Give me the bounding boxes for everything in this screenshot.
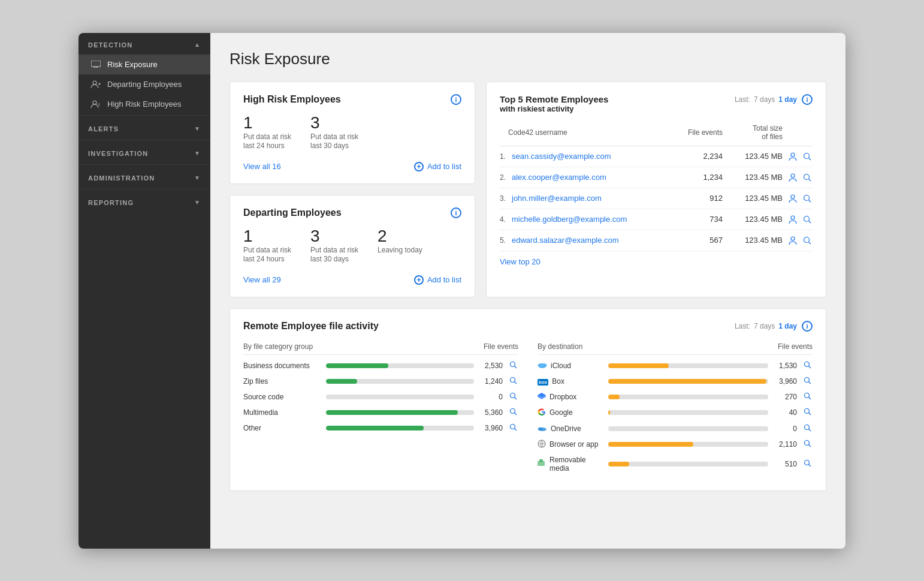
dest-search-icon[interactable] — [802, 377, 813, 386]
activity-info-icon[interactable]: i — [802, 321, 813, 332]
category-search-icon[interactable] — [508, 423, 518, 433]
sidebar-section-detection[interactable]: DETECTION ▲ — [78, 33, 210, 55]
category-search-icon[interactable] — [508, 392, 518, 402]
dest-bar-row: Browser or app 2,110 — [538, 439, 813, 450]
dest-bars: iCloud 1,530 box Box 3,960 — [538, 361, 813, 472]
add-to-list-button[interactable]: + Add to list — [414, 162, 461, 171]
user-icon[interactable] — [787, 214, 798, 225]
row-email[interactable]: alex.cooper@example.com — [512, 173, 669, 182]
dest-search-icon[interactable] — [802, 408, 813, 417]
svg-line-33 — [514, 428, 517, 431]
user-icon[interactable] — [787, 172, 798, 183]
row-email[interactable]: edward.salazar@example.com — [512, 236, 669, 245]
svg-line-27 — [514, 381, 517, 384]
search-icon[interactable] — [802, 214, 813, 225]
filter-1day[interactable]: 1 day — [778, 95, 797, 104]
sidebar-item-label: Departing Employees — [107, 80, 182, 89]
dest-bar-value: 1,530 — [773, 362, 797, 370]
view-all-16-link[interactable]: View all 16 — [243, 162, 281, 171]
page-title: Risk Exposure — [230, 50, 826, 68]
sidebar-item-high-risk[interactable]: ! High Risk Employees — [78, 94, 210, 114]
search-icon[interactable] — [802, 193, 813, 204]
dest-bar-fill — [608, 379, 766, 384]
view-all-29-link[interactable]: View all 29 — [243, 275, 281, 284]
row-email[interactable]: john.miller@example.com — [512, 194, 669, 203]
add-icon-departing: + — [414, 275, 424, 285]
row-size: 123.45 MB — [723, 173, 783, 182]
add-to-list-departing-button[interactable]: + Add to list — [414, 275, 461, 285]
dest-search-icon[interactable] — [802, 459, 813, 469]
user-icon[interactable] — [787, 235, 798, 246]
category-bar-row: Source code 0 — [243, 392, 518, 402]
reporting-label: REPORTING — [88, 199, 134, 206]
table-row: 3. john.miller@example.com 912 123.45 MB — [500, 188, 813, 209]
dest-bar-label: box Box — [538, 377, 603, 386]
departing-info-icon[interactable]: i — [451, 207, 461, 218]
category-search-icon[interactable] — [508, 377, 518, 386]
dest-search-icon[interactable] — [802, 424, 813, 434]
dest-bar-row: Google 40 — [538, 408, 813, 418]
svg-line-38 — [808, 366, 811, 368]
col-events-header: File events — [669, 128, 723, 137]
activity-filter-1day[interactable]: 1 day — [778, 322, 797, 330]
svg-text:!: ! — [98, 102, 100, 107]
row-email[interactable]: sean.cassidy@example.com — [512, 152, 669, 161]
last-filter: Last: 7 days 1 day — [735, 95, 797, 104]
svg-line-45 — [808, 397, 811, 399]
dest-bar-row: iCloud 1,530 — [538, 361, 813, 371]
dest-bar-label: Google — [538, 408, 603, 418]
sidebar-item-departing[interactable]: Departing Employees — [78, 74, 210, 94]
svg-point-12 — [791, 174, 795, 177]
svg-point-50 — [804, 425, 809, 429]
dest-bar-value: 2,110 — [773, 440, 797, 448]
col-username-header: Code42 username — [500, 128, 669, 137]
sidebar-item-risk-exposure[interactable]: Risk Exposure — [78, 55, 210, 74]
svg-point-57 — [804, 460, 809, 465]
svg-rect-55 — [538, 461, 545, 466]
svg-point-16 — [804, 195, 810, 200]
table-header: Code42 username File events Total sizeof… — [500, 122, 813, 146]
svg-point-22 — [804, 237, 810, 242]
dest-bar-label: iCloud — [538, 361, 603, 370]
svg-point-39 — [804, 377, 809, 382]
row-actions — [783, 214, 813, 225]
dest-bar-row: Removable media 510 — [538, 456, 813, 472]
sidebar-section-administration[interactable]: ADMINISTRATION ▼ — [78, 166, 210, 188]
category-search-icon[interactable] — [508, 408, 518, 417]
row-actions — [783, 235, 813, 246]
dest-bar-track — [608, 410, 768, 415]
sidebar-section-reporting[interactable]: REPORTING ▼ — [78, 191, 210, 212]
svg-line-23 — [809, 242, 811, 244]
removable-icon — [538, 459, 546, 468]
high-risk-info-icon[interactable]: i — [451, 94, 461, 105]
by-category-label: By file category group — [243, 342, 313, 351]
dest-bar-track — [608, 426, 768, 431]
activity-filter-7days[interactable]: 7 days — [754, 322, 775, 330]
row-actions — [783, 151, 813, 162]
bar-label: Business documents — [243, 362, 321, 370]
top5-info-icon[interactable]: i — [802, 94, 813, 105]
sidebar-section-investigation[interactable]: INVESTIGATION ▼ — [78, 142, 210, 163]
category-search-icon[interactable] — [508, 361, 518, 371]
svg-point-4 — [93, 81, 96, 85]
search-icon[interactable] — [802, 235, 813, 246]
detection-label: DETECTION — [88, 41, 132, 49]
dest-search-icon[interactable] — [802, 439, 813, 449]
user-icon[interactable] — [787, 193, 798, 204]
departing-stat2-label: Put data at risklast 30 days — [310, 246, 358, 264]
view-top-20-link[interactable]: View top 20 — [500, 257, 540, 266]
svg-line-47 — [808, 413, 811, 416]
sidebar-section-alerts[interactable]: ALERTS ▼ — [78, 117, 210, 139]
dest-search-icon[interactable] — [802, 392, 813, 402]
row-email[interactable]: michelle.goldberg@example.com — [512, 215, 669, 224]
dest-search-icon[interactable] — [802, 361, 813, 371]
alerts-label: ALERTS — [88, 125, 119, 133]
dest-bar-label: OneDrive — [538, 425, 603, 433]
search-icon[interactable] — [802, 151, 813, 162]
svg-point-13 — [804, 174, 810, 179]
dropbox-icon — [538, 392, 546, 401]
search-icon[interactable] — [802, 172, 813, 183]
user-icon[interactable] — [787, 151, 798, 162]
filter-7days[interactable]: 7 days — [754, 95, 775, 104]
bar-label: Zip files — [243, 377, 321, 386]
